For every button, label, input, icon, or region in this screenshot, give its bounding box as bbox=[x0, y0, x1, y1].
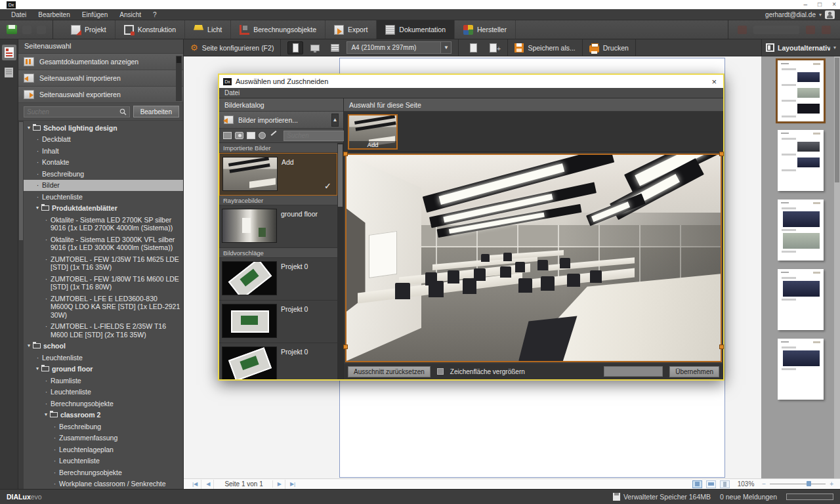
layout-page-thumbnail[interactable] bbox=[778, 60, 824, 121]
menu-item-einfügen[interactable]: Einfügen bbox=[76, 11, 114, 18]
zoom-slider-thumb[interactable] bbox=[807, 481, 811, 486]
tab-licht[interactable]: Licht bbox=[185, 20, 231, 39]
crop-handle[interactable] bbox=[343, 152, 348, 156]
tree-scrollbar[interactable] bbox=[18, 121, 24, 489]
layout-page-thumbnail[interactable] bbox=[778, 269, 824, 330]
tree-item-raumliste[interactable]: ·Raumliste bbox=[24, 375, 183, 387]
tab-hersteller[interactable]: Hersteller bbox=[455, 20, 516, 39]
sidebar-action-seitenauswahl-exportieren[interactable]: Seitenauswahl exportieren bbox=[18, 87, 183, 103]
actions-scrollbar[interactable] bbox=[176, 56, 182, 101]
tree-item-workplane-classroom-senkrechte-beleuchtungsstärke-adaptiv[interactable]: ·Workplane classroom / Senkrechte Beleuc… bbox=[24, 478, 183, 490]
tree-item-bilder[interactable]: ·Bilder bbox=[24, 180, 183, 192]
paper-size-dropdown[interactable]: A4 (210mm x 297mm) ▼ bbox=[346, 41, 452, 54]
layout-page-thumbnail[interactable] bbox=[778, 339, 824, 400]
crop-handle[interactable] bbox=[719, 345, 724, 349]
tree-item-zumtobel-few-1-80w-t16-m600-lde-std-1x-t16-80w[interactable]: ·ZUMTOBEL - FEW 1/80W T16 M600 LDE [STD]… bbox=[24, 273, 183, 293]
tree-item-school-lighting-design[interactable]: ▾School lighting design bbox=[24, 122, 183, 134]
tree-item-leuchtenliste[interactable]: ·Leuchtenliste bbox=[24, 387, 183, 398]
tree-item-inhalt[interactable]: ·Inhalt bbox=[24, 145, 183, 157]
catalog-scrollbar[interactable] bbox=[337, 143, 343, 379]
tab-projekt[interactable]: Projekt bbox=[62, 20, 116, 39]
print-button[interactable]: Drucken bbox=[583, 39, 636, 56]
close-button[interactable]: × bbox=[832, 1, 836, 9]
next-page-icon[interactable] bbox=[274, 480, 285, 489]
tree-item-leuchtenliste[interactable]: ·Leuchtenliste bbox=[24, 191, 183, 203]
sidebar-search-input[interactable] bbox=[27, 108, 119, 116]
tree-item-kontakte[interactable]: ·Kontakte bbox=[24, 157, 183, 169]
catalog-item-add[interactable]: Add✓ bbox=[219, 153, 337, 196]
selected-image-thumbnail[interactable]: Add bbox=[348, 114, 398, 150]
edit-button[interactable]: Bearbeiten bbox=[133, 106, 179, 117]
crop-handle[interactable] bbox=[719, 152, 724, 156]
layout-panel-scrollbar[interactable] bbox=[834, 56, 840, 478]
last-page-icon[interactable] bbox=[287, 480, 299, 489]
new-page-button[interactable] bbox=[465, 41, 481, 54]
configure-page-button[interactable]: ⚙ Seite konfigurieren (F2) bbox=[184, 39, 281, 56]
save-project-icon[interactable] bbox=[7, 25, 17, 34]
edit-filter-icon[interactable] bbox=[269, 132, 278, 139]
tree-item-beschreibung[interactable]: ·Beschreibung bbox=[24, 168, 183, 180]
apply-button[interactable]: Übernehmen bbox=[669, 366, 719, 377]
dialog-close-icon[interactable]: × bbox=[709, 77, 719, 87]
layout-page-thumbnail[interactable] bbox=[778, 200, 824, 261]
sidebar-action-gesamtdokumentation-anzeigen[interactable]: Gesamtdokumentation anzeigen bbox=[18, 54, 183, 70]
tree-item-beschreibung[interactable]: ·Beschreibung bbox=[24, 421, 183, 432]
page-selection-mode-button[interactable] bbox=[2, 45, 16, 60]
catalog-item-projekt-0[interactable]: Projekt 0 bbox=[219, 343, 337, 379]
menu-item-bearbeiten[interactable]: Bearbeiten bbox=[32, 11, 75, 18]
layout-page-thumbnail[interactable] bbox=[778, 130, 824, 191]
first-page-icon[interactable] bbox=[189, 480, 201, 489]
fit-width-icon[interactable] bbox=[706, 480, 716, 488]
maximize-button[interactable]: □ bbox=[818, 1, 822, 9]
tree-item-school[interactable]: ▾school bbox=[24, 341, 183, 352]
zoom-slider[interactable] bbox=[770, 484, 826, 484]
zoom-out-icon[interactable]: − bbox=[762, 480, 766, 488]
menu-item-datei[interactable]: Datei bbox=[5, 11, 32, 18]
tree-item-leuchtenliste[interactable]: ·Leuchtenliste bbox=[24, 455, 183, 467]
tree-item-berechnungsobjekte[interactable]: ·Berechnungsobjekte bbox=[24, 398, 183, 410]
document-mode-button[interactable] bbox=[2, 64, 16, 80]
import-images-button[interactable]: Bilder importieren... ▲ bbox=[219, 112, 343, 129]
tree-item-zumtobel-l-fields-e-2-35w-t16-m600-lde-std-2x-t16-35w[interactable]: ·ZUMTOBEL - L-FIELDS E 2/35W T16 M600 LD… bbox=[24, 321, 183, 341]
tree-item-oktalite-sistema-led-3000k-vfl-silber-9016-1x-led-3000k-4000lm-sistema[interactable]: ·Oktalite - Sistema LED 3000K VFL silber… bbox=[24, 234, 183, 253]
menu-item-[interactable]: ? bbox=[147, 11, 163, 18]
tree-item-leuchtenlageplan[interactable]: ·Leuchtenlageplan bbox=[24, 444, 183, 455]
tab-konstruktion[interactable]: Konstruktion bbox=[116, 20, 185, 39]
tree-item-classroom-2[interactable]: ▾classroom 2 bbox=[24, 410, 183, 421]
minimize-button[interactable]: – bbox=[804, 1, 808, 9]
table-view-button[interactable] bbox=[327, 41, 343, 54]
catalog-item-projekt-0[interactable]: Projekt 0 bbox=[219, 301, 337, 343]
tree-item-zusammenfassung[interactable]: ·Zusammenfassung bbox=[24, 432, 183, 444]
reset-crop-button[interactable]: Ausschnitt zurücksetzen bbox=[348, 366, 430, 377]
tree-item-berechnungsobjekte[interactable]: ·Berechnungsobjekte bbox=[24, 467, 183, 478]
prev-page-icon[interactable] bbox=[203, 480, 214, 489]
dialog-menu-datei[interactable]: Datei bbox=[219, 89, 245, 96]
fit-page-icon[interactable] bbox=[692, 480, 702, 488]
tree-item-zumtobel-few-1-35w-t16-m625-lde-std-1x-t16-35w[interactable]: ·ZUMTOBEL - FEW 1/35W T16 M625 LDE [STD]… bbox=[24, 253, 183, 273]
expand-arrow-icon[interactable]: ▾ bbox=[28, 342, 30, 350]
tree-item-leuchtenliste[interactable]: ·Leuchtenliste bbox=[24, 352, 183, 364]
duplicate-page-button[interactable] bbox=[485, 41, 501, 54]
camera-filter-icon[interactable] bbox=[235, 132, 243, 139]
zoom-in-icon[interactable]: + bbox=[830, 480, 833, 488]
account-menu[interactable]: gerhardt@dial.de ▾ bbox=[765, 10, 835, 19]
expand-arrow-icon[interactable]: ▾ bbox=[45, 411, 47, 419]
sidebar-action-seitenauswahl-importieren[interactable]: Seitenauswahl importieren bbox=[18, 70, 183, 87]
tab-dokumentation[interactable]: Dokumentation bbox=[377, 20, 455, 39]
tree-item-produktdatenblätter[interactable]: ▾Produktdatenblätter bbox=[24, 203, 183, 215]
tab-export[interactable]: Export bbox=[326, 20, 377, 39]
messages-label[interactable]: 0 neue Meldungen bbox=[720, 493, 777, 501]
document-filter-icon[interactable] bbox=[247, 132, 255, 139]
tree-item-oktalite-sistema-led-2700k-sp-silber-9016-1x-led-2700k-4000lm-sistema[interactable]: ·Oktalite - Sistema LED 2700K SP silber … bbox=[24, 214, 183, 234]
tree-item-ground-floor[interactable]: ▾ground floor bbox=[24, 364, 183, 375]
expand-arrow-icon[interactable]: ▾ bbox=[36, 204, 39, 212]
expand-arrow-icon[interactable]: ▾ bbox=[28, 124, 30, 132]
screen-view-button[interactable] bbox=[307, 41, 323, 54]
crop-handle[interactable] bbox=[343, 345, 348, 349]
image-filter-icon[interactable] bbox=[223, 132, 232, 139]
catalog-item-ground-floor[interactable]: ground floor bbox=[219, 205, 337, 248]
menu-item-ansicht[interactable]: Ansicht bbox=[114, 11, 147, 18]
page-view-button[interactable] bbox=[287, 41, 303, 54]
catalog-scroll-up-icon[interactable]: ▲ bbox=[331, 114, 339, 127]
catalog-item-projekt-0[interactable]: Projekt 0 bbox=[219, 258, 337, 301]
